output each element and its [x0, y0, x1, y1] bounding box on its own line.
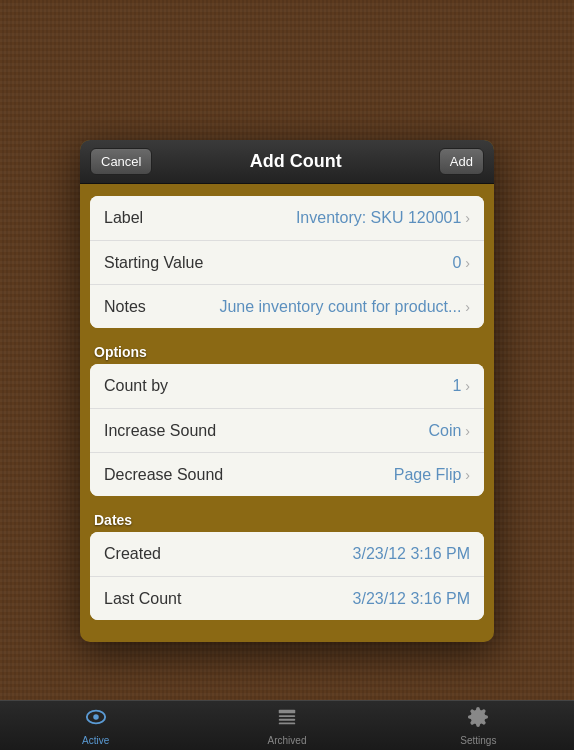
increase-sound-value: Coin ›	[428, 422, 470, 440]
created-row: Created 3/23/12 3:16 PM	[90, 532, 484, 576]
label-chevron: ›	[465, 210, 470, 226]
options-card: Count by 1 › Increase Sound Coin › Decre…	[90, 364, 484, 496]
starting-value-key: Starting Value	[104, 254, 203, 272]
count-by-value: 1 ›	[452, 377, 470, 395]
active-icon	[85, 706, 107, 733]
modal-body: Label Inventory: SKU 120001 › Starting V…	[80, 184, 494, 642]
decrease-sound-chevron: ›	[465, 467, 470, 483]
last-count-row: Last Count 3/23/12 3:16 PM	[90, 576, 484, 620]
tab-archived[interactable]: Archived	[191, 702, 382, 750]
starting-value-row[interactable]: Starting Value 0 ›	[90, 240, 484, 284]
tab-active[interactable]: Active	[0, 702, 191, 750]
last-count-key: Last Count	[104, 590, 181, 608]
count-by-row[interactable]: Count by 1 ›	[90, 364, 484, 408]
label-value: Inventory: SKU 120001 ›	[296, 209, 470, 227]
archived-tab-label: Archived	[268, 735, 307, 746]
increase-sound-key: Increase Sound	[104, 422, 216, 440]
svg-rect-2	[279, 709, 296, 713]
starting-value-value: 0 ›	[452, 254, 470, 272]
settings-tab-label: Settings	[460, 735, 496, 746]
increase-sound-chevron: ›	[465, 423, 470, 439]
created-value: 3/23/12 3:16 PM	[353, 545, 470, 563]
notes-row[interactable]: Notes June inventory count for product..…	[90, 284, 484, 328]
svg-rect-3	[279, 715, 296, 717]
dates-card: Created 3/23/12 3:16 PM Last Count 3/23/…	[90, 532, 484, 620]
info-card: Label Inventory: SKU 120001 › Starting V…	[90, 196, 484, 328]
settings-icon	[467, 706, 489, 733]
svg-point-1	[93, 714, 99, 720]
add-button[interactable]: Add	[439, 148, 484, 175]
add-count-modal: Cancel Add Count Add Label Inventory: SK…	[80, 140, 494, 642]
last-count-value: 3/23/12 3:16 PM	[353, 590, 470, 608]
cancel-button[interactable]: Cancel	[90, 148, 152, 175]
notes-key: Notes	[104, 298, 146, 316]
notes-value: June inventory count for product... ›	[219, 298, 470, 316]
archived-icon	[276, 706, 298, 733]
increase-sound-row[interactable]: Increase Sound Coin ›	[90, 408, 484, 452]
starting-value-chevron: ›	[465, 255, 470, 271]
dates-header: Dates	[90, 506, 484, 532]
created-key: Created	[104, 545, 161, 563]
decrease-sound-row[interactable]: Decrease Sound Page Flip ›	[90, 452, 484, 496]
label-row[interactable]: Label Inventory: SKU 120001 ›	[90, 196, 484, 240]
tab-bar: Active Archived Settings	[0, 700, 574, 750]
count-by-key: Count by	[104, 377, 168, 395]
modal-title: Add Count	[152, 151, 438, 172]
label-key: Label	[104, 209, 143, 227]
notes-chevron: ›	[465, 299, 470, 315]
svg-rect-4	[279, 718, 296, 720]
modal-header: Cancel Add Count Add	[80, 140, 494, 184]
tab-settings[interactable]: Settings	[383, 702, 574, 750]
options-header: Options	[90, 338, 484, 364]
decrease-sound-key: Decrease Sound	[104, 466, 223, 484]
svg-rect-5	[279, 722, 296, 724]
decrease-sound-value: Page Flip ›	[394, 466, 470, 484]
active-tab-label: Active	[82, 735, 109, 746]
count-by-chevron: ›	[465, 378, 470, 394]
